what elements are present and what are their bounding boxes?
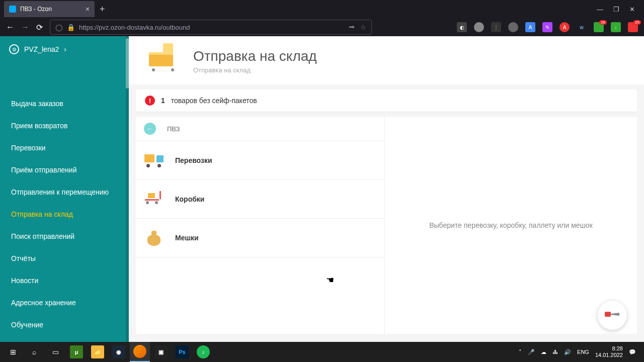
pvz-selector[interactable]: ⚙ PVZ_lena2 › xyxy=(0,36,129,62)
detail-panel: Выберите перевозку, коробку, паллету или… xyxy=(384,117,637,334)
forward-button[interactable]: → xyxy=(21,23,29,32)
ext-icon[interactable]: A xyxy=(525,22,535,32)
sidebar-item-issue[interactable]: Выдача заказов xyxy=(0,93,129,115)
tray-clock[interactable]: 8:28 14.01.2022 xyxy=(595,345,623,358)
truck-icon xyxy=(144,150,164,170)
taskbar-app-spotify[interactable]: ♪ xyxy=(193,342,213,362)
sidebar-item-returns[interactable]: Прием возвратов xyxy=(0,115,129,137)
placeholder-text: Выберите перевозку, коробку, паллету или… xyxy=(429,221,593,229)
sidebar: ⚙ PVZ_lena2 › Выдача заказов Прием возвр… xyxy=(0,36,129,342)
maximize-button[interactable]: ❐ xyxy=(613,6,619,13)
boxes-illustration-icon xyxy=(149,46,181,75)
ext-icon[interactable]: 26 xyxy=(594,22,604,32)
favicon-icon xyxy=(9,6,16,13)
pvz-name: PVZ_lena2 xyxy=(24,45,59,53)
minimize-button[interactable]: — xyxy=(597,6,603,13)
close-window-button[interactable]: ✕ xyxy=(629,6,635,13)
tray-cloud-icon[interactable]: ☁ xyxy=(541,349,546,355)
tab-title: ПВЗ - Ozon xyxy=(20,6,52,13)
url-text: https://pvz.ozon-dostavka.ru/outbound xyxy=(79,24,190,31)
ext-icon[interactable] xyxy=(508,22,518,32)
alert-icon: ! xyxy=(145,96,155,106)
back-arrow-icon: ← xyxy=(144,123,156,135)
browser-chrome: ПВЗ - Ozon × + — ❐ ✕ ← → ⟳ ◯ 🔒 https://p… xyxy=(0,0,644,36)
alert-bar[interactable]: ! 1 товаров без сейф-пакетов xyxy=(136,89,637,112)
sidebar-scrollbar[interactable] xyxy=(126,36,129,342)
sidebar-item-storage[interactable]: Адресное хранение xyxy=(0,292,129,314)
ext-icon[interactable]: ◐ xyxy=(457,22,467,32)
tab-bar: ПВЗ - Ozon × + — ❐ ✕ xyxy=(0,0,644,18)
gear-icon: ⚙ xyxy=(9,44,19,54)
page-title: Отправка на склад xyxy=(193,48,317,64)
nav-bar: ← → ⟳ ◯ 🔒 https://pvz.ozon-dostavka.ru/o… xyxy=(0,18,644,36)
taskbar: ⊞ ⌕ ▭ μ 📁 ◉ ▣ Ps ♪ ˄ 🎤 ☁ 🖧 🔊 ENG 8:28 14… xyxy=(0,342,644,362)
sidebar-item-training[interactable]: Обучение xyxy=(0,314,129,336)
bag-icon xyxy=(144,228,164,248)
system-tray: ˄ 🎤 ☁ 🖧 🔊 ENG 8:28 14.01.2022 💬 xyxy=(519,345,641,358)
ext-icon[interactable] xyxy=(474,22,484,32)
window-controls: — ❐ ✕ xyxy=(597,6,644,13)
content-row: ← ПВЗ Перевозки xyxy=(136,117,637,334)
list-label: Перевозки xyxy=(175,156,212,164)
ext-icon[interactable]: 25 xyxy=(628,22,638,32)
cart-icon xyxy=(144,189,164,209)
sidebar-item-move[interactable]: Отправления к перемещению xyxy=(0,181,129,203)
list-item-pvz[interactable]: ← ПВЗ xyxy=(136,117,384,141)
list-item-bags[interactable]: Мешки xyxy=(136,219,384,257)
tray-chevron-icon[interactable]: ˄ xyxy=(519,349,522,355)
reload-button[interactable]: ⟳ xyxy=(36,23,43,32)
new-tab-button[interactable]: + xyxy=(95,4,110,15)
scanner-fab[interactable] xyxy=(598,301,627,330)
sidebar-item-reports[interactable]: Отчёты xyxy=(0,247,129,269)
taskview-button[interactable]: ▭ xyxy=(45,342,65,362)
list-item-boxes[interactable]: Коробки xyxy=(136,180,384,219)
browser-tab[interactable]: ПВЗ - Ozon × xyxy=(4,1,95,17)
taskbar-app[interactable]: μ xyxy=(66,342,87,362)
taskbar-app-ps[interactable]: Ps xyxy=(172,342,192,362)
lock-icon: 🔒 xyxy=(67,24,75,31)
url-bar[interactable]: ◯ 🔒 https://pvz.ozon-dostavka.ru/outboun… xyxy=(50,20,372,35)
search-button[interactable]: ⌕ xyxy=(24,342,44,362)
shield-icon: ◯ xyxy=(55,24,63,31)
tray-network-icon[interactable]: 🖧 xyxy=(552,349,558,355)
sidebar-item-outbound[interactable]: Отправка на склад xyxy=(0,203,129,225)
taskbar-app-obs[interactable]: ▣ xyxy=(151,342,171,362)
taskbar-app-firefox[interactable] xyxy=(130,342,150,362)
page-header: Отправка на склад Отправка на склад xyxy=(129,36,644,84)
sidebar-item-search[interactable]: Поиск отправлений xyxy=(0,225,129,247)
list-label: Мешки xyxy=(175,234,199,242)
extension-icons: ◐ ⋮ A ✎ A w 26 ↓ 25 xyxy=(457,22,638,32)
tray-notifications-icon[interactable]: 💬 xyxy=(629,349,636,355)
page-subtitle: Отправка на склад xyxy=(193,66,317,74)
ext-icon[interactable]: ↓ xyxy=(611,22,621,32)
close-tab-icon[interactable]: × xyxy=(86,5,90,13)
list-item-transports[interactable]: Перевозки xyxy=(136,141,384,180)
tray-mic-icon[interactable]: 🎤 xyxy=(528,349,535,355)
taskbar-app-steam[interactable]: ◉ xyxy=(109,342,129,362)
sidebar-item-transports[interactable]: Перевозки xyxy=(0,137,129,159)
list-label: ПВЗ xyxy=(167,125,180,133)
sidebar-item-news[interactable]: Новости xyxy=(0,269,129,292)
svg-rect-0 xyxy=(605,312,611,317)
tray-sound-icon[interactable]: 🔊 xyxy=(564,349,571,355)
translate-icon[interactable]: ⮕ xyxy=(349,24,355,31)
main-content: Отправка на склад Отправка на склад ! 1 … xyxy=(129,36,644,342)
chevron-right-icon: › xyxy=(64,45,66,53)
list-panel: ← ПВЗ Перевозки xyxy=(136,117,384,334)
bookmark-icon[interactable]: ☆ xyxy=(360,24,366,31)
ext-adblock-icon[interactable]: A xyxy=(559,22,570,32)
scanner-icon xyxy=(604,310,620,321)
taskbar-app-explorer[interactable]: 📁 xyxy=(88,342,108,362)
start-button[interactable]: ⊞ xyxy=(3,342,23,362)
app-container: ⚙ PVZ_lena2 › Выдача заказов Прием возвр… xyxy=(0,36,644,342)
alert-text: товаров без сейф-пакетов xyxy=(171,97,257,105)
alert-count: 1 xyxy=(161,97,165,105)
ext-icon[interactable]: ⋮ xyxy=(491,22,501,32)
list-label: Коробки xyxy=(175,195,204,203)
ext-vk-icon[interactable]: w xyxy=(577,22,587,32)
ext-icon[interactable]: ✎ xyxy=(542,22,552,32)
tray-lang[interactable]: ENG xyxy=(577,349,589,355)
back-button[interactable]: ← xyxy=(6,23,14,32)
sidebar-item-receive[interactable]: Приём отправлений xyxy=(0,159,129,181)
